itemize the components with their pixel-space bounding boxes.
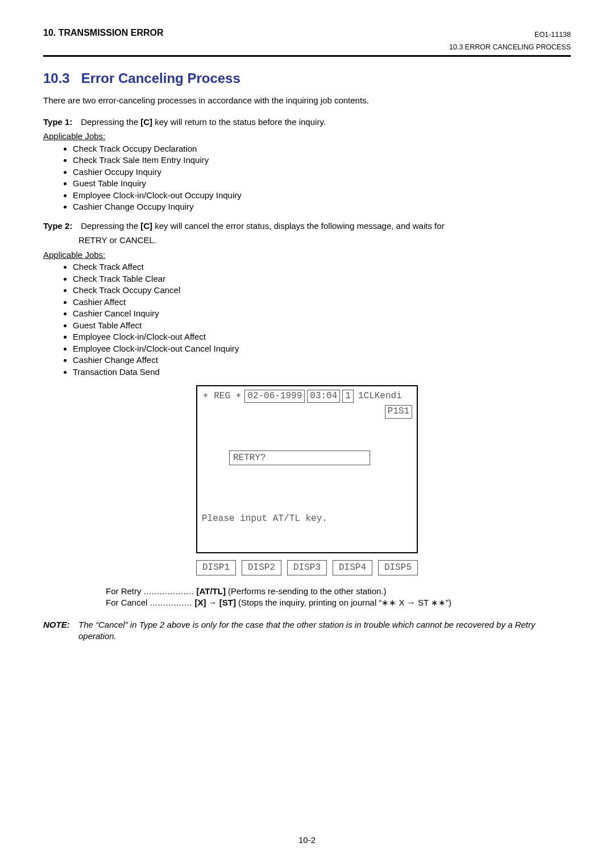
intro-text: There are two error-canceling processes …	[43, 95, 571, 106]
note-body: The “Cancel” in Type 2 above is only for…	[78, 619, 571, 641]
chapter-heading: 10. TRANSMISSION ERROR	[43, 27, 164, 39]
list-item: Check Track Occupy Declaration	[73, 143, 571, 155]
type1-job-list: Check Track Occupy DeclarationCheck Trac…	[60, 143, 571, 212]
section-breadcrumb: 10.3 ERROR CANCELING PROCESS	[43, 43, 571, 52]
type2-desc-pre: Depressing the	[81, 221, 140, 231]
list-item: Transaction Data Send	[73, 366, 571, 378]
type2-desc-post: key will cancel the error status, displa…	[152, 221, 445, 231]
type1-desc-pre: Depressing the	[81, 117, 140, 127]
list-item: Check Track Sale Item Entry Inquiry	[73, 155, 571, 166]
input-prompt: Please input AT/TL key.	[202, 513, 412, 525]
p1s1-box: P1S1	[385, 405, 412, 418]
list-item: Cashier Occupy Inquiry	[73, 166, 571, 178]
reg-mode: ∗ REG ∗	[202, 390, 242, 403]
terminal-display: ∗ REG ∗ 02-06-1999 03:04 1 1CLKendi P1S1…	[196, 385, 418, 575]
type2-job-list: Check Track AffectCheck Track Table Clea…	[60, 261, 571, 377]
header-rule	[43, 55, 571, 57]
date-box: 02-06-1999	[244, 390, 305, 403]
disp-button: DISP3	[287, 560, 327, 575]
retry-prompt-box: RETRY?	[229, 450, 370, 466]
disp-button: DISP2	[242, 560, 281, 575]
type2-label: Type 2:	[43, 220, 78, 232]
dots: ................	[150, 598, 193, 607]
x-st-keys: [X] → [ST]	[194, 598, 236, 607]
for-retry-desc: (Performs re-sending to the other statio…	[228, 586, 386, 596]
dots: ...................	[144, 586, 194, 596]
list-item: Cashier Cancel Inquiry	[73, 308, 571, 319]
for-cancel-line: For Cancel ................ [X] → [ST] (…	[106, 597, 571, 608]
c-key: [C]	[140, 221, 152, 231]
section-title: 10.3 Error Canceling Process	[43, 69, 571, 87]
type2-applicable-label: Applicable Jobs:	[43, 249, 571, 261]
type2-desc-line2: RETRY or CANCEL.	[78, 235, 571, 246]
clerk-name: 1CLKendi	[356, 390, 403, 403]
list-item: Cashier Affect	[73, 297, 571, 308]
type1-label: Type 1:	[43, 116, 78, 128]
for-cancel-label: For Cancel	[106, 598, 147, 607]
disp-button: DISP4	[333, 560, 372, 575]
type1-line: Type 1: Depressing the [C] key will retu…	[43, 116, 571, 128]
section-number: 10.3	[43, 69, 77, 87]
for-retry-line: For Retry ................... [AT/TL] (P…	[106, 586, 571, 597]
c-key: [C]	[140, 117, 152, 127]
list-item: Employee Clock-in/Clock-out Occupy Inqui…	[73, 190, 571, 201]
page-number: 10-2	[0, 834, 614, 846]
list-item: Guest Table Affect	[73, 320, 571, 331]
disp-button: DISP1	[196, 560, 236, 575]
disp-button-row: DISP1DISP2DISP3DISP4DISP5	[196, 560, 418, 575]
list-item: Check Track Table Clear	[73, 273, 571, 285]
list-item: Check Track Affect	[73, 261, 571, 273]
type1-applicable-label: Applicable Jobs:	[43, 131, 571, 142]
attl-key: [AT/TL]	[197, 586, 226, 596]
type1-desc-post: key will return to the status before the…	[152, 117, 326, 127]
list-item: Employee Clock-in/Clock-out Cancel Inqui…	[73, 343, 571, 354]
list-item: Check Track Occupy Cancel	[73, 285, 571, 296]
doc-id: EO1-11138	[534, 30, 571, 39]
list-item: Cashier Change Occupy Inquiry	[73, 201, 571, 212]
time-box: 03:04	[307, 390, 340, 403]
one-box: 1	[342, 390, 354, 403]
note-label: NOTE:	[43, 619, 78, 641]
list-item: Employee Clock-in/Clock-out Affect	[73, 331, 571, 343]
for-retry-label: For Retry	[106, 586, 142, 596]
list-item: Guest Table Inquiry	[73, 178, 571, 189]
section-name: Error Canceling Process	[81, 70, 240, 86]
disp-button: DISP5	[378, 560, 418, 575]
for-cancel-desc: (Stops the inquiry, printing on journal …	[238, 598, 451, 607]
type2-line: Type 2: Depressing the [C] key will canc…	[43, 220, 571, 232]
list-item: Cashier Change Affect	[73, 354, 571, 366]
